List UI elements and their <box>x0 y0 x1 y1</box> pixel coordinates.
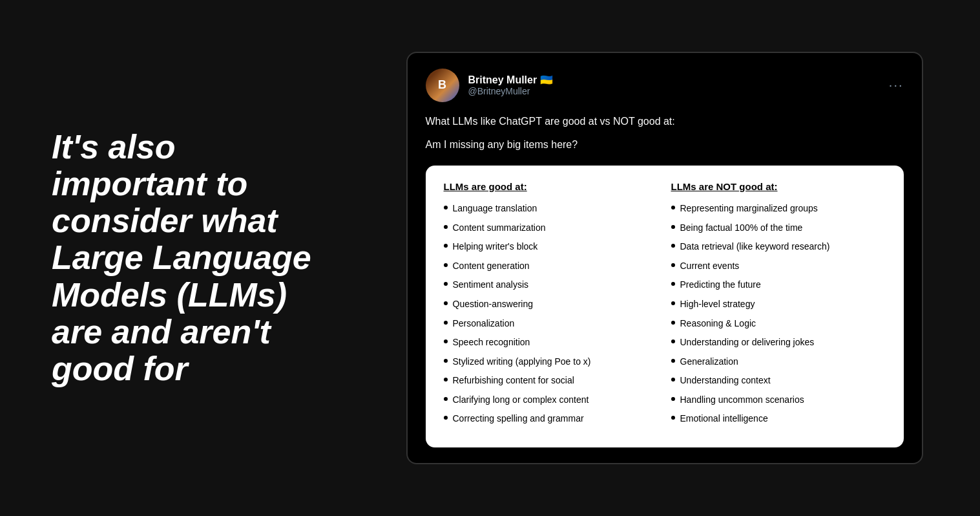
list-item: Correcting spelling and grammar <box>444 413 658 425</box>
list-item: Content summarization <box>444 222 658 235</box>
bullet-icon <box>444 263 448 267</box>
bullet-icon <box>444 378 448 382</box>
tweet-author: B Britney Muller 🇺🇦 @BritneyMuller <box>426 69 553 102</box>
bullet-icon <box>444 359 448 363</box>
good-at-list: Language translationContent summarizatio… <box>444 202 658 425</box>
list-item: Reasoning & Logic <box>671 317 886 330</box>
tweet-line1: What LLMs like ChatGPT are good at vs NO… <box>426 114 904 129</box>
author-name: Britney Muller 🇺🇦 <box>468 74 553 86</box>
list-item: Data retrieval (like keyword research) <box>671 241 886 253</box>
bullet-icon <box>671 378 675 382</box>
list-item: Clarifying long or complex content <box>444 394 658 407</box>
list-item: Speech recognition <box>444 336 658 349</box>
list-item: Understanding or delivering jokes <box>671 336 886 349</box>
tweet-card: B Britney Muller 🇺🇦 @BritneyMuller ··· W… <box>406 52 923 464</box>
bullet-icon <box>444 244 448 248</box>
list-item: High-level strategy <box>671 298 886 311</box>
list-item: Language translation <box>444 202 658 215</box>
list-item: Representing marginalized groups <box>671 202 886 215</box>
list-item: Question-answering <box>444 298 658 311</box>
right-panel: B Britney Muller 🇺🇦 @BritneyMuller ··· W… <box>362 32 980 484</box>
bullet-icon <box>671 416 675 420</box>
bullet-icon <box>671 321 675 325</box>
bullet-icon <box>444 397 448 401</box>
list-item: Emotional intelligence <box>671 413 886 425</box>
bullet-icon <box>444 301 448 305</box>
bullet-icon <box>671 282 675 286</box>
author-handle: @BritneyMuller <box>468 86 553 96</box>
bullet-icon <box>444 206 448 210</box>
content-card: LLMs are good at: Language translationCo… <box>426 166 904 447</box>
list-item: Sentiment analysis <box>444 279 658 292</box>
bullet-icon <box>444 321 448 325</box>
good-at-column: LLMs are good at: Language translationCo… <box>444 181 658 432</box>
bullet-icon <box>671 397 675 401</box>
list-item: Current events <box>671 260 886 273</box>
avatar: B <box>426 69 459 102</box>
list-item: Handling uncommon scenarios <box>671 394 886 407</box>
bullet-icon <box>444 339 448 343</box>
not-good-at-header: LLMs are NOT good at: <box>671 181 886 192</box>
list-item: Refurbishing content for social <box>444 374 658 387</box>
list-item: Stylized writing (applying Poe to x) <box>444 356 658 369</box>
list-item: Understanding context <box>671 374 886 387</box>
bullet-icon <box>671 244 675 248</box>
bullet-icon <box>671 359 675 363</box>
list-item: Generalization <box>671 356 886 369</box>
not-good-at-list: Representing marginalized groupsBeing fa… <box>671 202 886 425</box>
bullet-icon <box>671 339 675 343</box>
good-at-header: LLMs are good at: <box>444 181 658 192</box>
bullet-icon <box>671 301 675 305</box>
more-options-icon[interactable]: ··· <box>889 78 904 92</box>
bullet-icon <box>671 206 675 210</box>
bullet-icon <box>671 263 675 267</box>
bullet-icon <box>444 282 448 286</box>
list-item: Content generation <box>444 260 658 273</box>
left-panel: It's also important to consider what Lar… <box>0 90 362 426</box>
tweet-text: What LLMs like ChatGPT are good at vs NO… <box>426 114 904 153</box>
bullet-icon <box>444 225 448 229</box>
list-item: Predicting the future <box>671 279 886 292</box>
author-info: Britney Muller 🇺🇦 @BritneyMuller <box>468 74 553 96</box>
list-item: Personalization <box>444 317 658 330</box>
bullet-icon <box>444 416 448 420</box>
tweet-line2: Am I missing any big items here? <box>426 137 904 153</box>
not-good-at-column: LLMs are NOT good at: Representing margi… <box>671 181 886 432</box>
bullet-icon <box>671 225 675 229</box>
main-heading: It's also important to consider what Lar… <box>52 129 323 387</box>
list-item: Being factual 100% of the time <box>671 222 886 235</box>
tweet-header: B Britney Muller 🇺🇦 @BritneyMuller ··· <box>426 69 904 102</box>
columns-wrapper: LLMs are good at: Language translationCo… <box>444 181 886 432</box>
list-item: Helping writer's block <box>444 241 658 253</box>
